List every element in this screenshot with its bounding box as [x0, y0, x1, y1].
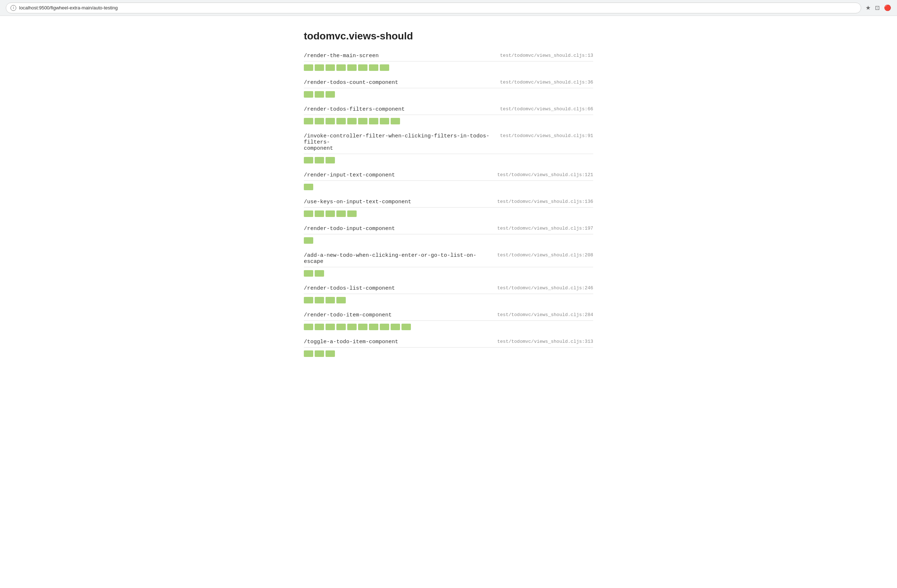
test-bars [304, 157, 593, 164]
test-file: test/todomvc/views_should.cljs:13 [500, 53, 593, 58]
page-title: todomvc.views-should [304, 31, 593, 42]
test-name: /render-input-text-component [304, 172, 395, 178]
test-file: test/todomvc/views_should.cljs:136 [497, 199, 593, 204]
test-bar [304, 118, 313, 124]
test-bars [304, 297, 593, 303]
test-bar [326, 64, 335, 71]
test-bar [315, 118, 324, 124]
test-name: /render-todo-item-component [304, 312, 392, 318]
test-file: test/todomvc/views_should.cljs:197 [497, 226, 593, 231]
test-bar [358, 64, 367, 71]
test-name: /render-todo-input-component [304, 226, 395, 232]
test-header: /render-input-text-componenttest/todomvc… [304, 172, 593, 181]
test-name: /use-keys-on-input-text-component [304, 199, 411, 205]
bookmark-icon[interactable]: ★ [866, 5, 871, 11]
test-bars [304, 237, 593, 244]
test-name: /render-todos-count-component [304, 80, 398, 86]
test-section: /use-keys-on-input-text-componenttest/to… [304, 199, 593, 217]
test-bars [304, 118, 593, 124]
test-section: /render-todos-count-componenttest/todomv… [304, 80, 593, 98]
test-bars [304, 91, 593, 98]
browser-chrome: i localhost:9500/figwheel-extra-main/aut… [0, 0, 897, 16]
test-bar [336, 118, 346, 124]
test-bar [326, 297, 335, 303]
test-file: test/todomvc/views_should.cljs:121 [497, 172, 593, 178]
test-bar [380, 118, 389, 124]
test-bars [304, 270, 593, 277]
test-bars [304, 210, 593, 217]
info-icon: i [11, 5, 16, 11]
test-bar [326, 157, 335, 164]
test-bar [326, 118, 335, 124]
test-header: /render-todo-input-componenttest/todomvc… [304, 226, 593, 234]
test-bar [315, 157, 324, 164]
test-bar [401, 324, 411, 330]
test-bar [315, 64, 324, 71]
test-section: /add-a-new-todo-when-clicking-enter-or-g… [304, 253, 593, 277]
test-bar [304, 237, 313, 244]
test-bar [304, 210, 313, 217]
test-header: /render-todos-filters-componenttest/todo… [304, 106, 593, 115]
test-file: test/todomvc/views_should.cljs:36 [500, 80, 593, 85]
test-bar [390, 324, 400, 330]
url-text: localhost:9500/figwheel-extra-main/auto-… [19, 5, 118, 11]
test-section: /render-input-text-componenttest/todomvc… [304, 172, 593, 190]
browser-icons: ★ ⊡ 🔴 [866, 5, 891, 11]
test-section: /render-todo-item-componenttest/todomvc/… [304, 312, 593, 330]
test-bar [347, 210, 357, 217]
test-header: /render-the-main-screentest/todomvc/view… [304, 53, 593, 61]
test-section: /render-todo-input-componenttest/todomvc… [304, 226, 593, 244]
test-bar [304, 351, 313, 357]
test-header: /render-todo-item-componenttest/todomvc/… [304, 312, 593, 321]
test-bar [336, 64, 346, 71]
test-bar [380, 324, 389, 330]
test-file: test/todomvc/views_should.cljs:66 [500, 106, 593, 112]
test-file: test/todomvc/views_should.cljs:208 [497, 253, 593, 258]
test-name: /add-a-new-todo-when-clicking-enter-or-g… [304, 253, 490, 265]
test-name: /render-the-main-screen [304, 53, 379, 59]
test-section: /invoke-controller-filter-when-clicking-… [304, 133, 593, 164]
test-bar [369, 118, 378, 124]
test-bar [304, 297, 313, 303]
test-section: /toggle-a-todo-item-componenttest/todomv… [304, 339, 593, 357]
test-file: test/todomvc/views_should.cljs:313 [497, 339, 593, 344]
test-bar [315, 324, 324, 330]
test-name: /invoke-controller-filter-when-clicking-… [304, 133, 493, 152]
test-section: /render-todos-filters-componenttest/todo… [304, 106, 593, 124]
test-bar [326, 351, 335, 357]
extension-icon[interactable]: 🔴 [884, 5, 891, 11]
test-name: /toggle-a-todo-item-component [304, 339, 398, 345]
test-bars [304, 64, 593, 71]
test-header: /add-a-new-todo-when-clicking-enter-or-g… [304, 253, 593, 267]
test-name: /render-todos-filters-component [304, 106, 405, 112]
test-bar [336, 210, 346, 217]
test-section: /render-the-main-screentest/todomvc/view… [304, 53, 593, 71]
address-bar[interactable]: i localhost:9500/figwheel-extra-main/aut… [6, 3, 861, 13]
test-bars [304, 324, 593, 330]
test-bar [315, 351, 324, 357]
test-bar [304, 91, 313, 98]
test-bar [380, 64, 389, 71]
test-file: test/todomvc/views_should.cljs:246 [497, 285, 593, 291]
test-header: /use-keys-on-input-text-componenttest/to… [304, 199, 593, 208]
test-bar [304, 157, 313, 164]
test-bar [347, 64, 357, 71]
test-bar [326, 210, 335, 217]
test-bar [304, 270, 313, 277]
test-file: test/todomvc/views_should.cljs:91 [500, 133, 593, 138]
test-bar [315, 91, 324, 98]
test-name: /render-todos-list-component [304, 285, 395, 291]
test-file: test/todomvc/views_should.cljs:284 [497, 312, 593, 317]
test-header: /invoke-controller-filter-when-clicking-… [304, 133, 593, 154]
test-bar [326, 324, 335, 330]
test-bar [347, 324, 357, 330]
test-bar [358, 324, 367, 330]
test-bar [315, 210, 324, 217]
test-bar [304, 64, 313, 71]
test-bar [315, 270, 324, 277]
test-bar [347, 118, 357, 124]
cast-icon[interactable]: ⊡ [875, 5, 880, 11]
test-bar [315, 297, 324, 303]
test-bar [336, 324, 346, 330]
test-bar [304, 184, 313, 190]
